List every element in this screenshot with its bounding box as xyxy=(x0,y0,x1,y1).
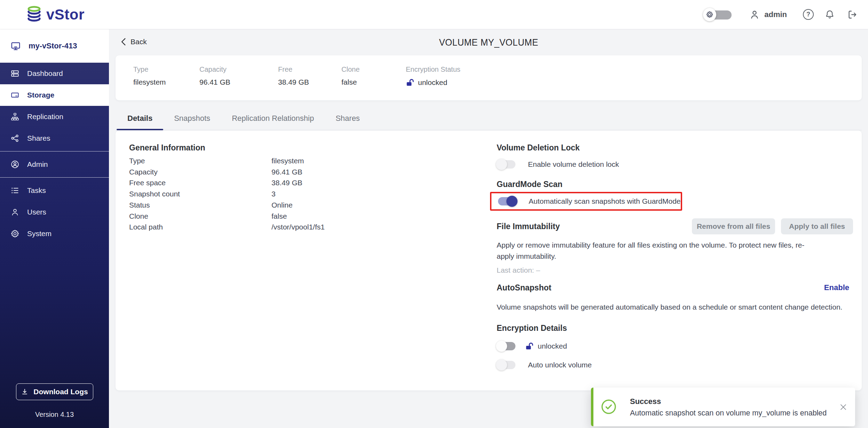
last-action-label: Last action: – xyxy=(497,266,859,274)
guardmode-toggle[interactable] xyxy=(497,197,517,205)
summary-value: 96.41 GB xyxy=(199,78,278,86)
database-logo-icon xyxy=(26,6,42,24)
unlock-padlock-icon xyxy=(525,342,534,351)
row-value: 96.41 GB xyxy=(271,166,302,178)
encryption-status-label: unlocked xyxy=(538,342,567,350)
share-nodes-icon xyxy=(10,134,19,143)
username-label: admin xyxy=(764,10,787,19)
close-icon[interactable] xyxy=(839,403,847,411)
immutability-description: Apply or remove immutability feature for… xyxy=(497,240,819,262)
encryption-status-value: unlocked xyxy=(418,78,447,87)
auto-unlock-toggle[interactable] xyxy=(497,361,516,369)
help-icon[interactable]: ? xyxy=(803,9,814,20)
sidebar-item-tasks[interactable]: Tasks xyxy=(0,180,109,201)
sidebar-item-system[interactable]: System xyxy=(0,223,109,244)
admin-user-circle-icon xyxy=(10,160,19,169)
page-title: VOLUME MY_VOLUME xyxy=(439,37,538,48)
sidebar-item-storage[interactable]: Storage xyxy=(0,84,109,106)
logo-text: vStor xyxy=(46,6,85,23)
auto-unlock-label: Auto unlock volume xyxy=(528,361,592,369)
toast-message: Automatic snapshot scan on volume my_vol… xyxy=(630,408,827,418)
logout-icon[interactable] xyxy=(847,9,858,20)
row-label: Type xyxy=(129,155,271,166)
guardmode-highlight-box: Automatically scan snapshots with GuardM… xyxy=(490,192,682,211)
tab-replication-relationship[interactable]: Replication Relationship xyxy=(221,108,325,130)
sidebar-host[interactable]: my-vStor-413 xyxy=(0,29,109,63)
row-value: 38.49 GB xyxy=(271,177,302,188)
app-header: vStor admin ? xyxy=(0,0,868,29)
row-label: Free space xyxy=(129,177,271,188)
general-row: Free space 38.49 GB xyxy=(129,177,477,188)
toast-accent-bar xyxy=(591,388,593,426)
encryption-toggle[interactable] xyxy=(497,342,516,350)
sidebar-item-label: Admin xyxy=(27,160,48,169)
summary-label: Type xyxy=(133,65,199,73)
gear-knob-icon xyxy=(703,8,716,21)
row-value: filesystem xyxy=(271,155,304,166)
general-row: Capacity 96.41 GB xyxy=(129,166,477,178)
guardmode-toggle-label: Automatically scan snapshots with GuardM… xyxy=(529,197,681,205)
summary-value: filesystem xyxy=(133,78,199,86)
host-name-label: my-vStor-413 xyxy=(29,41,77,50)
replication-hierarchy-icon xyxy=(10,112,19,121)
sidebar-item-users[interactable]: Users xyxy=(0,201,109,223)
theme-toggle[interactable] xyxy=(703,7,735,22)
encryption-details-title: Encryption Details xyxy=(497,321,859,335)
toast-title: Success xyxy=(630,397,661,406)
summary-value: 38.49 GB xyxy=(278,78,341,86)
back-button[interactable]: Back xyxy=(121,38,147,46)
back-label: Back xyxy=(131,38,147,46)
user-menu[interactable]: admin xyxy=(749,9,787,20)
user-icon xyxy=(749,9,760,20)
version-label: Version 4.13 xyxy=(35,411,74,419)
sidebar-item-replication[interactable]: Replication xyxy=(0,106,109,127)
sidebar: my-vStor-413 Dashboard Storage xyxy=(0,29,109,428)
success-check-icon xyxy=(601,399,616,414)
tab-shares[interactable]: Shares xyxy=(325,108,371,130)
system-gear-icon xyxy=(10,229,19,238)
remove-from-all-files-button[interactable]: Remove from all files xyxy=(692,218,775,234)
row-value: 3 xyxy=(271,188,276,200)
sidebar-item-label: Replication xyxy=(27,112,63,121)
general-information-title: General Information xyxy=(129,140,477,155)
sidebar-item-label: Storage xyxy=(27,91,54,99)
general-row: Clone false xyxy=(129,211,477,222)
success-toast: Success Automatic snapshot scan on volum… xyxy=(591,388,855,426)
download-logs-button[interactable]: Download Logs xyxy=(16,383,93,400)
row-label: Clone xyxy=(129,211,271,222)
chevron-left-icon xyxy=(121,38,126,46)
monitor-icon xyxy=(10,41,21,51)
general-row: Status Online xyxy=(129,200,477,211)
detail-tabs: Details Snapshots Replication Relationsh… xyxy=(116,108,862,130)
row-label: Status xyxy=(129,200,271,211)
sidebar-item-shares[interactable]: Shares xyxy=(0,127,109,149)
apply-to-all-files-button[interactable]: Apply to all files xyxy=(781,218,853,234)
tab-snapshots[interactable]: Snapshots xyxy=(163,108,221,130)
sidebar-item-dashboard[interactable]: Dashboard xyxy=(0,63,109,84)
summary-value: false xyxy=(341,78,406,86)
deletion-lock-toggle-label: Enable volume deletion lock xyxy=(528,160,619,169)
tasks-list-icon xyxy=(10,186,19,195)
vstor-logo: vStor xyxy=(26,6,85,24)
sidebar-item-label: Dashboard xyxy=(27,69,63,78)
guardmode-scan-title: GuardMode Scan xyxy=(497,177,859,192)
autosnapshot-enable-link[interactable]: Enable xyxy=(824,283,849,292)
storage-drive-icon xyxy=(10,91,19,100)
deletion-lock-toggle[interactable] xyxy=(497,160,516,169)
sidebar-item-admin[interactable]: Admin xyxy=(0,154,109,175)
row-value: /vstor/vpool1/fs1 xyxy=(271,221,325,233)
unlock-padlock-icon xyxy=(406,78,415,87)
sidebar-divider xyxy=(0,177,109,178)
summary-label: Clone xyxy=(341,65,406,73)
general-row: Type filesystem xyxy=(129,155,477,166)
main-content: Back VOLUME MY_VOLUME Type filesystem Ca… xyxy=(109,29,868,428)
row-label: Local path xyxy=(129,221,271,233)
volume-summary-card: Type filesystem Capacity 96.41 GB Free 3… xyxy=(116,55,862,100)
download-logs-label: Download Logs xyxy=(33,388,88,396)
row-label: Capacity xyxy=(129,166,271,178)
general-row: Local path /vstor/vpool1/fs1 xyxy=(129,221,477,233)
tab-details[interactable]: Details xyxy=(117,108,163,130)
summary-label: Encryption Status xyxy=(406,65,460,73)
notifications-bell-icon[interactable] xyxy=(824,9,835,20)
sidebar-divider xyxy=(0,151,109,151)
